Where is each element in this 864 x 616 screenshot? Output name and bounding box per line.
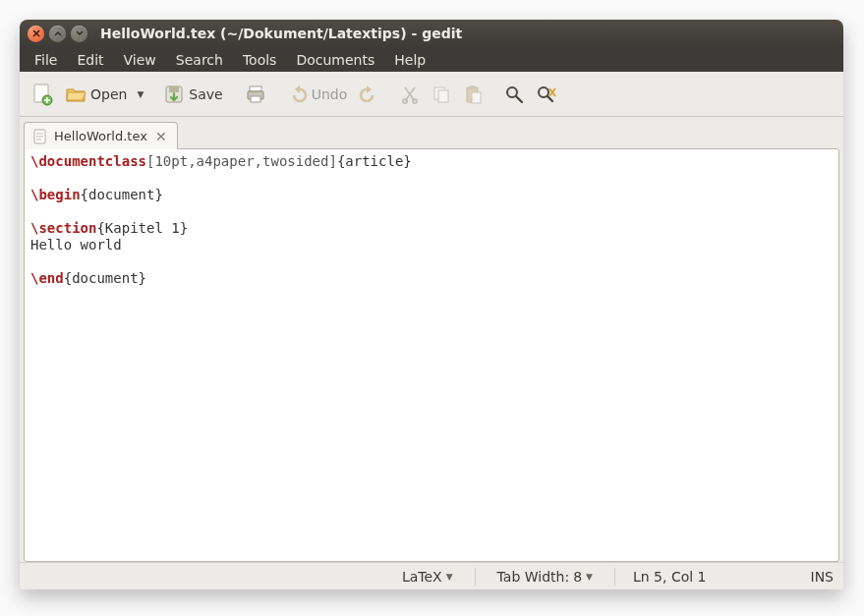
- document-icon: [32, 129, 48, 144]
- insert-mode[interactable]: INS: [811, 569, 835, 585]
- separator: [614, 568, 615, 586]
- tab-label: HelloWorld.tex: [54, 129, 147, 143]
- close-button[interactable]: [28, 26, 44, 42]
- tab-width-selector[interactable]: Tab Width: 8 ▼: [493, 569, 597, 585]
- toolbar: Open ▼ Save Undo: [20, 72, 843, 117]
- save-label: Save: [189, 86, 222, 102]
- syntax-mode-selector[interactable]: LaTeX ▼: [398, 569, 457, 585]
- undo-label: Undo: [312, 86, 348, 102]
- syntax-bracket: [10pt,a4paper,twosided]: [146, 153, 337, 169]
- redo-button[interactable]: [353, 81, 384, 108]
- open-dropdown[interactable]: ▼: [133, 89, 147, 99]
- titlebar: HelloWorld.tex (~/Dokument/Latextips) - …: [20, 20, 843, 47]
- save-button[interactable]: Save: [157, 80, 228, 109]
- syntax-mode-label: LaTeX: [402, 569, 442, 585]
- tabbar: HelloWorld.tex ✕: [20, 117, 843, 148]
- menu-file[interactable]: File: [26, 49, 66, 71]
- gedit-window: HelloWorld.tex (~/Dokument/Latextips) - …: [20, 20, 843, 589]
- svg-rect-10: [438, 90, 448, 102]
- chevron-down-icon: ▼: [586, 572, 593, 582]
- menubar: File Edit View Search Tools Documents He…: [20, 47, 843, 72]
- chevron-down-icon: ▼: [446, 572, 453, 582]
- menu-help[interactable]: Help: [385, 49, 434, 71]
- editor-container: \documentclass[10pt,a4paper,twosided]{ar…: [20, 148, 843, 562]
- syntax-command: \documentclass: [30, 153, 146, 169]
- copy-button[interactable]: [426, 81, 457, 108]
- menu-search[interactable]: Search: [167, 49, 232, 71]
- separator: [475, 568, 476, 586]
- editor-textarea[interactable]: \documentclass[10pt,a4paper,twosided]{ar…: [24, 148, 839, 562]
- maximize-button[interactable]: [71, 26, 87, 42]
- svg-rect-6: [251, 96, 260, 102]
- paste-button[interactable]: [457, 81, 489, 108]
- syntax-brace: {article}: [337, 153, 412, 169]
- find-button[interactable]: [498, 81, 530, 108]
- syntax-command: \section: [30, 220, 96, 236]
- syntax-command: \begin: [30, 187, 81, 202]
- cursor-position: Ln 5, Col 1: [633, 569, 707, 585]
- window-title: HelloWorld.tex (~/Dokument/Latextips) - …: [100, 26, 462, 41]
- svg-rect-4: [250, 86, 261, 91]
- svg-rect-12: [470, 85, 475, 89]
- syntax-brace: {document}: [81, 187, 163, 202]
- tab-width-value: 8: [573, 569, 582, 585]
- open-label: Open: [90, 86, 127, 102]
- cut-button[interactable]: [394, 81, 426, 108]
- open-button[interactable]: Open: [59, 80, 133, 109]
- syntax-brace: {Kapitel 1}: [96, 220, 188, 236]
- syntax-brace: {document}: [64, 270, 146, 286]
- minimize-button[interactable]: [49, 26, 66, 42]
- new-button[interactable]: [26, 79, 59, 110]
- editor-text: Hello world: [30, 237, 122, 252]
- menu-view[interactable]: View: [115, 49, 165, 71]
- undo-button[interactable]: Undo: [282, 81, 354, 108]
- tab-width-label: Tab Width:: [497, 569, 570, 585]
- menu-documents[interactable]: Documents: [287, 49, 383, 71]
- syntax-command: \end: [30, 270, 64, 286]
- tab-close-icon[interactable]: ✕: [153, 129, 169, 144]
- print-button[interactable]: [239, 80, 272, 109]
- statusbar: LaTeX ▼ Tab Width: 8 ▼ Ln 5, Col 1 INS: [20, 562, 843, 589]
- find-replace-button[interactable]: [530, 81, 563, 108]
- svg-rect-3: [169, 86, 179, 92]
- menu-edit[interactable]: Edit: [68, 49, 112, 71]
- menu-tools[interactable]: Tools: [234, 49, 286, 71]
- svg-rect-13: [472, 92, 481, 103]
- tab-helloworld[interactable]: HelloWorld.tex ✕: [24, 122, 178, 149]
